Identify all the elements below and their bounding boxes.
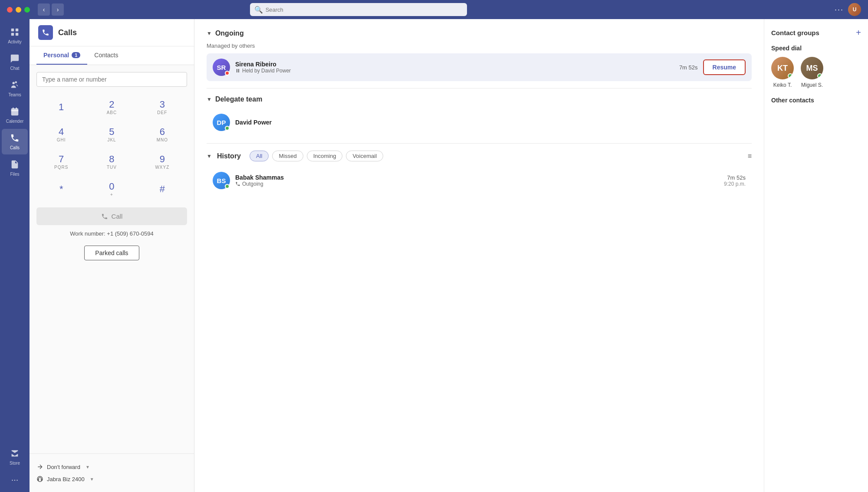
history-collapse-arrow[interactable]: ▼ [207, 153, 212, 159]
dialpad-key-hash[interactable]: # [138, 176, 187, 202]
speed-dial-miguel[interactable]: MS Miguel S. [801, 57, 823, 88]
tab-personal[interactable]: Personal 1 [36, 46, 87, 65]
sidebar-item-calls[interactable]: Calls [2, 129, 28, 154]
sidebar-item-chat[interactable]: Chat [2, 49, 28, 75]
more-options-button[interactable]: ··· [835, 5, 844, 14]
ongoing-collapse-arrow[interactable]: ▼ [207, 30, 212, 36]
managed-by-label: Managed by others [207, 43, 752, 49]
status-dot-david [225, 126, 230, 131]
dialpad-key-0[interactable]: 0+ [87, 176, 136, 202]
status-indicator-keiko [788, 73, 793, 79]
parked-calls-button[interactable]: Parked calls [84, 246, 139, 260]
calls-icon [10, 133, 20, 144]
call-meta-babak: 7m 52s 9:20 p.m. [724, 174, 746, 187]
sidebar-item-files[interactable]: Files [2, 155, 28, 181]
dialpad-container: 1 2ABC 3DEF 4GHI 5JKL 6MNO 7PQRS 8TUV 9W… [30, 65, 194, 271]
dialpad-key-5[interactable]: 5JKL [87, 121, 136, 148]
other-contacts-title: Other contacts [771, 97, 861, 104]
forward-control[interactable]: Don't forward ▼ [36, 461, 187, 473]
search-icon: 🔍 [254, 6, 263, 14]
chat-icon [10, 54, 20, 65]
calls-header: Calls [30, 19, 194, 46]
svg-rect-6 [11, 108, 19, 115]
app-body: Activity Chat Teams Calender Calls [0, 19, 868, 492]
forward-button[interactable]: › [52, 3, 64, 16]
name-number-input[interactable] [36, 72, 187, 87]
forward-chevron: ▼ [85, 465, 90, 469]
sidebar-label-chat: Chat [10, 66, 19, 71]
resume-button[interactable]: Resume [703, 59, 746, 75]
speed-dial-keiko[interactable]: KT Keiko T. [771, 57, 794, 88]
speed-dial-title: Speed dial [771, 45, 861, 52]
delegate-name-david: David Power [235, 119, 746, 126]
delegate-collapse-arrow[interactable]: ▼ [207, 96, 212, 102]
files-icon [10, 160, 20, 171]
call-button[interactable]: Call [36, 207, 187, 225]
delegate-member-david[interactable]: DP David Power [207, 108, 752, 136]
sidebar-item-store[interactable]: Store [2, 444, 28, 470]
speed-dial-name-keiko: Keiko T. [773, 82, 792, 88]
avatar-sirena: SR [213, 59, 230, 76]
store-icon [10, 449, 20, 459]
sidebar-item-calendar[interactable]: Calender [2, 102, 28, 128]
dialpad-key-4[interactable]: 4GHI [36, 121, 86, 148]
dialpad-key-6[interactable]: 6MNO [138, 121, 187, 148]
dialpad-key-8[interactable]: 8TUV [87, 148, 136, 175]
teams-icon [10, 80, 20, 91]
call-info-babak: Babak Shammas Outgoing [235, 174, 719, 187]
headset-icon [36, 476, 43, 482]
ongoing-call-sirena[interactable]: SR Sirena Ribeiro Held by David Power 7m… [207, 53, 752, 81]
history-name-babak: Babak Shammas [235, 174, 719, 181]
user-avatar[interactable]: U [848, 3, 861, 16]
svg-rect-2 [11, 33, 14, 36]
dialpad-key-1[interactable]: 1 [36, 94, 86, 120]
delegate-section-title: Delegate team [215, 95, 263, 103]
center-panel: ▼ Ongoing Managed by others SR Sirena Ri… [194, 19, 764, 492]
search-input[interactable] [266, 7, 463, 13]
dialpad-key-star[interactable]: * [36, 176, 86, 202]
dialpad-key-3[interactable]: 3DEF [138, 94, 187, 120]
audio-label: Jabra Biz 2400 [47, 476, 85, 482]
audio-control[interactable]: Jabra Biz 2400 ▼ [36, 473, 187, 485]
titlebar-right: ··· U [835, 3, 861, 16]
search-bar[interactable]: 🔍 [250, 3, 467, 16]
calls-title: Calls [58, 28, 77, 37]
call-sub-sirena: Held by David Power [235, 68, 674, 74]
status-dot-sirena [225, 71, 230, 75]
personal-badge: 1 [72, 52, 80, 58]
call-name-sirena: Sirena Ribeiro [235, 61, 674, 68]
call-button-label: Call [112, 213, 123, 220]
call-meta-sirena: 7m 52s [679, 64, 698, 71]
dialpad-key-2[interactable]: 2ABC [87, 94, 136, 120]
tab-contacts[interactable]: Contacts [87, 46, 125, 65]
filter-menu-icon[interactable]: ≡ [748, 152, 752, 160]
hold-icon [235, 68, 240, 73]
filter-incoming[interactable]: Incoming [307, 151, 343, 161]
filter-voicemail[interactable]: Voicemail [346, 151, 383, 161]
history-section-title: History [217, 152, 241, 160]
sidebar-item-teams[interactable]: Teams [2, 76, 28, 102]
add-contact-group-button[interactable]: + [856, 28, 861, 38]
filter-all[interactable]: All [250, 151, 269, 161]
back-button[interactable]: ‹ [38, 3, 50, 16]
dialpad-key-7[interactable]: 7PQRS [36, 148, 86, 175]
contact-groups-header: Contact groups + [771, 28, 861, 38]
maximize-dot[interactable] [24, 7, 30, 13]
sidebar-label-teams: Teams [8, 92, 21, 97]
avatar-david: DP [213, 114, 230, 131]
history-entry-babak[interactable]: BS Babak Shammas Outgoing 7m 52s 9:20 p.… [207, 167, 752, 194]
titlebar: ‹ › 🔍 ··· U [0, 0, 868, 19]
speed-dial-name-miguel: Miguel S. [801, 82, 823, 88]
dialpad-key-9[interactable]: 9WXYZ [138, 148, 187, 175]
sidebar-item-more[interactable]: ··· [2, 471, 28, 488]
svg-point-4 [13, 82, 15, 85]
filter-missed[interactable]: Missed [272, 151, 303, 161]
history-sub-babak: Outgoing [235, 181, 719, 187]
minimize-dot[interactable] [16, 7, 21, 13]
avatar-babak: BS [213, 172, 230, 189]
bottom-controls: Don't forward ▼ Jabra Biz 2400 ▼ [30, 453, 194, 492]
sidebar-label-files: Files [10, 172, 19, 177]
close-dot[interactable] [7, 7, 13, 13]
sidebar-item-activity[interactable]: Activity [2, 23, 28, 49]
delegate-section-header: ▼ Delegate team [207, 95, 752, 103]
